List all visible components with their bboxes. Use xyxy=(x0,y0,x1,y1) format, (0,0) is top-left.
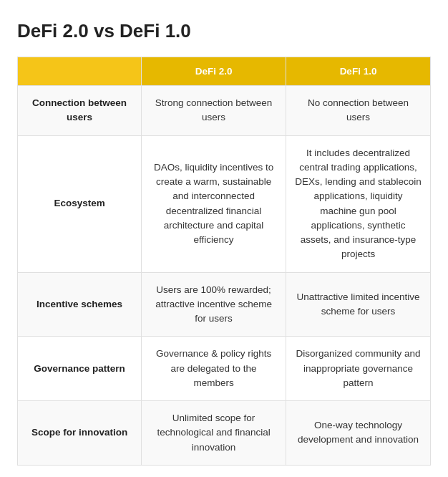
col-header-defi2: DeFi 2.0 xyxy=(142,57,286,86)
row-defi1: Unattractive limited incentive scheme fo… xyxy=(286,272,431,337)
row-defi1: One-way technology development and innov… xyxy=(286,401,431,466)
row-defi2: Users are 100% rewarded; attractive ince… xyxy=(142,272,286,337)
row-defi1: Disorganized community and inappropriate… xyxy=(286,337,431,401)
col-header-label xyxy=(18,57,142,86)
page-title: DeFi 2.0 vs DeFi 1.0 xyxy=(17,20,431,42)
table-body: Connection between usersStrong connectio… xyxy=(18,86,431,466)
table-row: EcosystemDAOs, liquidity incentives to c… xyxy=(18,135,431,272)
row-label: Connection between users xyxy=(18,86,142,136)
row-label: Governance pattern xyxy=(18,337,142,401)
row-label: Ecosystem xyxy=(18,135,142,272)
table-row: Connection between usersStrong connectio… xyxy=(18,86,431,136)
row-defi2: Unlimited scope for technological and fi… xyxy=(142,401,286,466)
table-row: Governance patternGovernance & policy ri… xyxy=(18,337,431,401)
row-defi2: Governance & policy rights are delegated… xyxy=(142,337,286,401)
row-defi1: No connection between users xyxy=(286,86,431,136)
table-header-row: DeFi 2.0 DeFi 1.0 xyxy=(18,57,431,86)
comparison-table: DeFi 2.0 DeFi 1.0 Connection between use… xyxy=(17,57,431,466)
col-header-defi1: DeFi 1.0 xyxy=(286,57,431,86)
row-defi1: It includes decentralized central tradin… xyxy=(286,135,431,272)
row-defi2: DAOs, liquidity incentives to create a w… xyxy=(142,135,286,272)
table-row: Incentive schemesUsers are 100% rewarded… xyxy=(18,272,431,337)
table-row: Scope for innovationUnlimited scope for … xyxy=(18,401,431,466)
row-defi2: Strong connection between users xyxy=(142,86,286,136)
card: DeFi 2.0 vs DeFi 1.0 DeFi 2.0 DeFi 1.0 C… xyxy=(0,0,448,477)
row-label: Scope for innovation xyxy=(18,401,142,466)
row-label: Incentive schemes xyxy=(18,272,142,337)
